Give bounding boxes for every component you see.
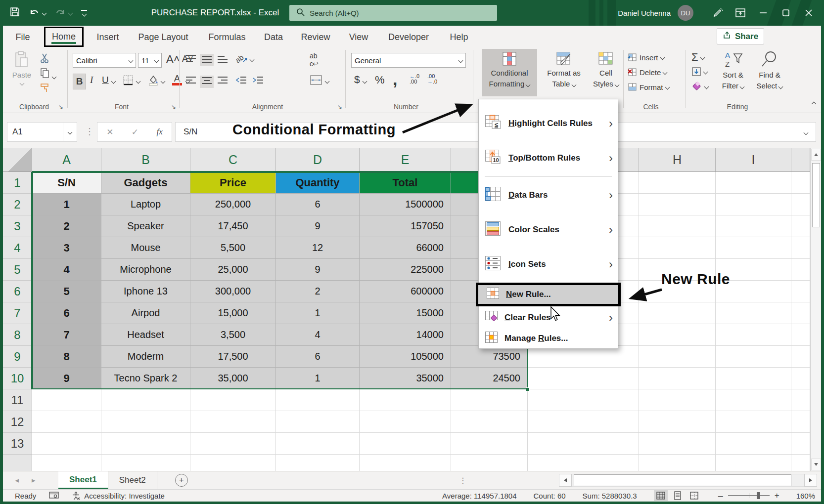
cell[interactable]: [791, 389, 810, 411]
fill-color-dropdown-icon[interactable]: [161, 79, 166, 84]
header-cell[interactable]: Price: [190, 172, 276, 194]
format-painter-icon[interactable]: [40, 83, 51, 95]
cut-icon[interactable]: [40, 53, 50, 65]
underline-button[interactable]: U: [102, 75, 109, 85]
page-layout-view-icon[interactable]: [671, 490, 685, 501]
sheet-nav-left-icon[interactable]: ◂: [15, 476, 19, 485]
cell[interactable]: [32, 389, 101, 411]
row-header-10[interactable]: 10: [3, 368, 32, 389]
cell[interactable]: [639, 411, 716, 433]
cell[interactable]: [639, 302, 716, 324]
cell[interactable]: [716, 215, 791, 237]
cell[interactable]: 15000: [360, 302, 451, 324]
align-right-icon[interactable]: [217, 76, 229, 87]
cell[interactable]: [791, 302, 810, 324]
cell[interactable]: 9: [276, 215, 360, 237]
new-sheet-button[interactable]: +: [175, 474, 188, 487]
row-header-8[interactable]: 8: [3, 324, 32, 346]
increase-decimal-icon[interactable]: ←.0.00: [410, 74, 419, 84]
menu-item-clear-rules[interactable]: Clear Rules›: [479, 307, 618, 328]
cell[interactable]: [791, 259, 810, 281]
cell[interactable]: [716, 455, 791, 471]
cell[interactable]: 3,500: [190, 324, 276, 346]
orientation-dropdown-icon[interactable]: [250, 57, 255, 62]
tab-data[interactable]: Data: [258, 29, 289, 45]
cell[interactable]: [528, 346, 639, 368]
tab-view[interactable]: View: [342, 29, 375, 45]
maximize-button[interactable]: [775, 0, 797, 26]
zoom-out-icon[interactable]: –: [718, 491, 723, 501]
copy-icon[interactable]: [40, 68, 56, 80]
cell[interactable]: [360, 411, 451, 433]
cell[interactable]: Headset: [101, 324, 190, 346]
row-header-9[interactable]: 9: [3, 346, 32, 368]
cell[interactable]: [451, 411, 528, 433]
cell[interactable]: 6: [276, 346, 360, 368]
percent-style-icon[interactable]: %: [375, 74, 385, 86]
increase-font-icon[interactable]: A˄: [166, 53, 180, 66]
decrease-decimal-icon[interactable]: .00→.0: [427, 74, 437, 84]
row-header-12[interactable]: 12: [3, 411, 32, 433]
cell[interactable]: 8: [32, 346, 101, 368]
sheet-tab-sheet2[interactable]: Sheet2: [108, 471, 157, 489]
save-icon[interactable]: [10, 7, 20, 19]
cell[interactable]: [101, 455, 190, 471]
row-header-4[interactable]: 4: [3, 237, 32, 259]
cell[interactable]: 14000: [360, 324, 451, 346]
menu-item-highlight-cells-rules[interactable]: ≤Highlight Cells Rules›: [479, 106, 618, 141]
undo-button[interactable]: [29, 8, 46, 18]
cell[interactable]: 1: [276, 368, 360, 389]
cell[interactable]: 250,000: [190, 194, 276, 215]
accounting-dropdown-icon[interactable]: [363, 79, 367, 84]
cell[interactable]: 5: [32, 281, 101, 302]
cell[interactable]: 6: [32, 302, 101, 324]
cell[interactable]: [791, 411, 810, 433]
column-header-partial[interactable]: [791, 148, 810, 171]
cell[interactable]: 225000: [360, 259, 451, 281]
row-header-1[interactable]: 1: [3, 172, 32, 194]
cell[interactable]: [190, 411, 276, 433]
column-header-H[interactable]: H: [639, 148, 716, 171]
cell[interactable]: 35,000: [190, 368, 276, 389]
cell[interactable]: [716, 433, 791, 455]
cell[interactable]: [716, 237, 791, 259]
cell[interactable]: 9: [32, 368, 101, 389]
cell[interactable]: [190, 389, 276, 411]
cell[interactable]: [639, 433, 716, 455]
increase-indent-icon[interactable]: [252, 76, 264, 87]
cell[interactable]: [791, 172, 810, 194]
menu-item-manage-rules[interactable]: Manage Rules...: [479, 328, 618, 349]
cell[interactable]: [451, 389, 528, 411]
autosum-button[interactable]: Σ: [691, 51, 704, 64]
cell[interactable]: [791, 433, 810, 455]
wrap-text-icon[interactable]: abc↩: [310, 52, 318, 68]
cell[interactable]: [528, 433, 639, 455]
cell[interactable]: [791, 324, 810, 346]
cell[interactable]: [639, 172, 716, 194]
cell[interactable]: [791, 194, 810, 215]
cell[interactable]: [190, 455, 276, 471]
tab-help[interactable]: Help: [445, 29, 473, 45]
enter-icon[interactable]: ✓: [132, 127, 138, 137]
cell[interactable]: [791, 215, 810, 237]
row-header-6[interactable]: 6: [3, 281, 32, 302]
tab-file[interactable]: File: [11, 29, 35, 45]
alignment-dialog-launcher-icon[interactable]: ↘: [337, 103, 342, 110]
column-headers[interactable]: ABCDEFGHI: [3, 148, 810, 172]
cell[interactable]: [360, 389, 451, 411]
format-cells-button[interactable]: Format: [627, 83, 669, 91]
cancel-icon[interactable]: ✕: [106, 127, 113, 137]
header-cell[interactable]: S/N: [32, 172, 101, 194]
cell[interactable]: [528, 455, 639, 471]
align-bottom-icon[interactable]: [217, 54, 229, 65]
cell[interactable]: Mouse: [101, 237, 190, 259]
bold-button[interactable]: B: [73, 74, 86, 89]
cell[interactable]: [32, 433, 101, 455]
column-header-I[interactable]: I: [716, 148, 791, 171]
cell[interactable]: [101, 411, 190, 433]
tab-page-layout[interactable]: Page Layout: [130, 29, 197, 45]
row-header-13[interactable]: 13: [3, 433, 32, 455]
row-header-3[interactable]: 3: [3, 215, 32, 237]
cell[interactable]: [791, 346, 810, 368]
zoom-slider-thumb[interactable]: [757, 492, 760, 499]
